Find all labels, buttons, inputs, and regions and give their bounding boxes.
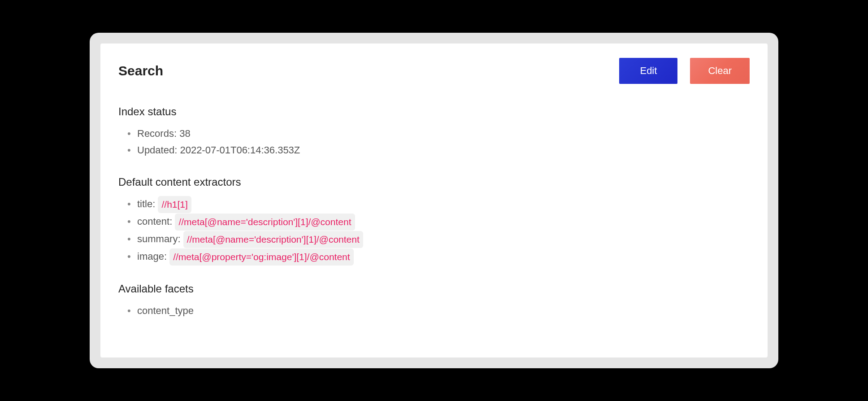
extractor-item-content: content: //meta[@name='description'][1]/… [137,213,750,231]
search-card: Search Edit Clear Index status Records: … [100,44,768,357]
header-row: Search Edit Clear [118,58,750,84]
clear-button[interactable]: Clear [690,58,750,84]
page-title: Search [118,63,163,78]
facet-item: content_type [137,302,750,319]
facets-list: content_type [118,302,750,319]
records-label: Records: [137,128,177,139]
updated-item: Updated: 2022-07-01T06:14:36.353Z [137,142,750,158]
extractor-label: summary: [137,233,181,244]
index-status-heading: Index status [118,105,750,118]
index-status-list: Records: 38 Updated: 2022-07-01T06:14:36… [118,125,750,159]
extractors-section: Default content extractors title: //h1[1… [118,176,750,266]
extractor-label: content: [137,216,172,227]
records-value: 38 [179,128,190,139]
outer-frame: Search Edit Clear Index status Records: … [90,33,778,368]
extractor-code: //h1[1] [158,196,191,213]
extractor-label: image: [137,251,167,262]
facets-heading: Available facets [118,283,750,295]
extractor-code: //meta[@property='og:image'][1]/@content [169,248,353,266]
extractor-label: title: [137,198,155,209]
extractors-heading: Default content extractors [118,176,750,188]
button-group: Edit Clear [619,58,750,84]
extractor-code: //meta[@name='description'][1]/@content [183,231,363,248]
extractor-item-summary: summary: //meta[@name='description'][1]/… [137,231,750,248]
extractors-list: title: //h1[1] content: //meta[@name='de… [118,196,750,266]
records-item: Records: 38 [137,125,750,142]
updated-label: Updated: [137,144,177,156]
extractor-item-title: title: //h1[1] [137,196,750,213]
facets-section: Available facets content_type [118,283,750,319]
edit-button[interactable]: Edit [619,58,677,84]
extractor-item-image: image: //meta[@property='og:image'][1]/@… [137,248,750,266]
index-status-section: Index status Records: 38 Updated: 2022-0… [118,105,750,159]
extractor-code: //meta[@name='description'][1]/@content [175,214,355,231]
updated-value: 2022-07-01T06:14:36.353Z [180,144,300,156]
